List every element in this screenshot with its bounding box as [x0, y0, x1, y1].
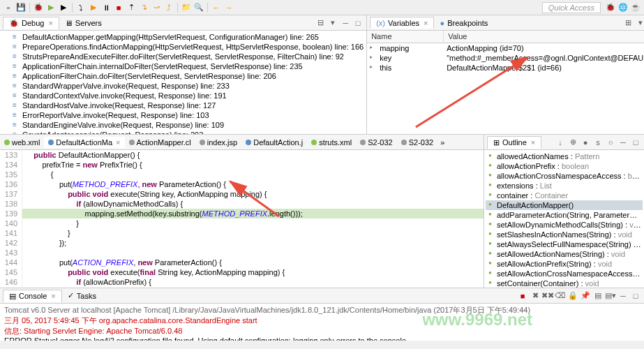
- hide-static-icon[interactable]: s: [592, 137, 604, 148]
- minimize-icon[interactable]: ─: [340, 17, 351, 29]
- open-console-icon[interactable]: ▤▾: [605, 290, 616, 302]
- code-line[interactable]: if (allowActionPrefix) {: [22, 277, 484, 287]
- step-return-icon[interactable]: ⤴: [163, 2, 174, 13]
- stack-frame[interactable]: StandardContextValve.invoke(Request, Res…: [3, 91, 364, 101]
- code-line[interactable]: String name = key.substring(ACTION_PREFI…: [22, 287, 484, 288]
- editor-tab[interactable]: S2-032: [356, 137, 396, 148]
- stack-frame[interactable]: CoyoteAdapter.service(Request, Response)…: [3, 130, 364, 134]
- stack-frame[interactable]: StandardEngineValve.invoke(Request, Resp…: [3, 120, 364, 130]
- console-body[interactable]: Tomcat v6.0 Server at localhost [Apache …: [0, 304, 644, 341]
- view-menu-icon[interactable]: ▾: [635, 17, 644, 29]
- search-icon[interactable]: 🔍: [193, 2, 204, 13]
- tab-console[interactable]: ▤ Console ×: [3, 290, 62, 302]
- skip-icon[interactable]: ⤵: [75, 2, 87, 13]
- close-icon[interactable]: ×: [424, 19, 428, 27]
- column-value[interactable]: Value: [444, 31, 644, 43]
- perspective-jee-icon[interactable]: 🌐: [617, 2, 629, 13]
- scroll-lock-icon[interactable]: 🔒: [567, 290, 578, 302]
- outline-item[interactable]: allowActionCrossNamespaceAccess : boolea…: [486, 171, 643, 181]
- clear-console-icon[interactable]: ⌫: [555, 290, 566, 302]
- sort-icon[interactable]: ↓: [555, 137, 566, 148]
- stack-frame[interactable]: StandardHostValve.invoke(Request, Respon…: [3, 101, 364, 110]
- code-line[interactable]: if (allowDynamicMethodCalls) {: [22, 199, 484, 209]
- editor-tab[interactable]: index.jsp: [195, 137, 241, 148]
- step-into-icon[interactable]: ↴: [138, 2, 149, 13]
- outline-item[interactable]: setAllowActionPrefix(String) : void: [486, 259, 643, 269]
- step-over-icon[interactable]: ⤻: [151, 2, 162, 13]
- view-menu-icon[interactable]: ▾: [327, 17, 338, 29]
- code-area[interactable]: 1331341351361371381391401411421431441451…: [0, 150, 484, 288]
- column-name[interactable]: Name: [367, 31, 444, 43]
- code-line[interactable]: });: [22, 238, 484, 248]
- quick-access-input[interactable]: Quick Access: [542, 2, 601, 13]
- more-tabs-icon[interactable]: »: [440, 138, 444, 147]
- outline-item[interactable]: setSlashesInActionNames(String) : void: [486, 230, 643, 239]
- save-icon[interactable]: 💾: [15, 2, 27, 13]
- code-line[interactable]: }: [22, 218, 484, 228]
- debug-icon[interactable]: 🐞: [33, 2, 44, 13]
- back-icon[interactable]: ←: [211, 2, 222, 13]
- run-icon[interactable]: ▶: [45, 2, 57, 13]
- display-console-icon[interactable]: ▤: [592, 290, 604, 302]
- stack-frame[interactable]: ApplicationFilterChain.internalDoFilter(…: [3, 61, 364, 71]
- outline-item[interactable]: container : Container: [486, 191, 643, 200]
- outline-item[interactable]: addParameterAction(String, ParameterActi…: [486, 210, 643, 220]
- tab-outline[interactable]: ⊞ Outline ×: [487, 136, 541, 149]
- code-line[interactable]: public void execute(String key, ActionMa…: [22, 189, 484, 199]
- variable-row[interactable]: mappingActionMapping (id=70): [367, 43, 644, 53]
- outline-item[interactable]: setAllowedActionNames(String) : void: [486, 249, 643, 259]
- collapse-icon[interactable]: ⊟: [315, 17, 326, 29]
- stack-frame[interactable]: PrepareOperations.findActionMapping(Http…: [3, 42, 364, 52]
- editor-tab[interactable]: DefaultActionMa×: [44, 137, 124, 148]
- code-line[interactable]: public void execute(final String key, Ac…: [22, 267, 484, 277]
- stack-frame[interactable]: StrutsPrepareAndExecuteFilter.doFilter(S…: [3, 52, 364, 61]
- code-line[interactable]: [22, 248, 484, 258]
- add-server-icon[interactable]: 📁: [181, 2, 192, 13]
- code-line[interactable]: put(METHOD_PREFIX, new ParameterAction()…: [22, 179, 484, 189]
- close-icon[interactable]: ×: [48, 19, 52, 27]
- editor-tab[interactable]: DefaultAction.j: [241, 137, 307, 148]
- close-icon[interactable]: ×: [116, 138, 120, 147]
- code-line[interactable]: {: [22, 170, 484, 179]
- pin-console-icon[interactable]: 📌: [580, 290, 591, 302]
- remove-launch-icon[interactable]: ✖: [530, 290, 541, 302]
- outline-item[interactable]: extensions : List: [486, 181, 643, 191]
- close-icon[interactable]: ×: [531, 138, 535, 147]
- stack-frame[interactable]: ApplicationFilterChain.doFilter(ServletR…: [3, 71, 364, 81]
- stack-frame[interactable]: StandardWrapperValve.invoke(Request, Res…: [3, 81, 364, 91]
- outline-item[interactable]: setAllowActionCrossNamespaceAccess(Strin…: [486, 269, 643, 279]
- code-line[interactable]: prefixTrie = new PrefixTrie() {: [22, 160, 484, 170]
- editor-tab[interactable]: struts.xml: [307, 137, 356, 148]
- code-line[interactable]: }: [22, 228, 484, 238]
- minimize-icon[interactable]: ─: [617, 290, 629, 302]
- minimize-icon[interactable]: ─: [617, 137, 629, 148]
- perspective-java-icon[interactable]: ☕: [630, 2, 641, 13]
- maximize-icon[interactable]: □: [630, 290, 641, 302]
- close-icon[interactable]: ×: [51, 292, 55, 300]
- new-icon[interactable]: ▫: [3, 2, 14, 13]
- tab-breakpoints[interactable]: ● Breakpoints: [434, 17, 493, 29]
- tab-servers[interactable]: 🖥 Servers: [59, 17, 107, 29]
- resume-icon[interactable]: ▶: [88, 2, 99, 13]
- stack-frame[interactable]: DefaultActionMapper.getMapping(HttpServl…: [3, 32, 364, 42]
- code-line[interactable]: mapping.setMethod(key.substring(METHOD_P…: [22, 209, 484, 218]
- disconnect-icon[interactable]: ⇡: [126, 2, 137, 13]
- remove-all-icon[interactable]: ✖✖: [542, 290, 553, 302]
- variable-row[interactable]: thisDefaultActionMapper$2$1 (id=66): [367, 63, 644, 73]
- editor-tab[interactable]: S2-032: [397, 137, 437, 148]
- outline-item[interactable]: setContainer(Container) : void: [486, 279, 643, 288]
- terminate-icon[interactable]: ■: [517, 290, 528, 302]
- variable-row[interactable]: key"method:#_memberAccess=@ognl.OgnlCont…: [367, 53, 644, 63]
- filter-icon[interactable]: ⊕: [567, 137, 578, 148]
- hide-fields-icon[interactable]: ●: [580, 137, 591, 148]
- tree-icon[interactable]: ⊞: [622, 17, 634, 29]
- maximize-icon[interactable]: □: [630, 137, 641, 148]
- run-last-icon[interactable]: ▶: [58, 2, 69, 13]
- hide-nonpublic-icon[interactable]: ○: [605, 137, 616, 148]
- terminate-icon[interactable]: ■: [113, 2, 124, 13]
- maximize-icon[interactable]: □: [352, 17, 364, 29]
- tab-debug[interactable]: 🐞 Debug ×: [3, 17, 59, 29]
- tab-tasks[interactable]: ✓ Tasks: [62, 290, 102, 302]
- outline-item[interactable]: allowedActionNames : Pattern: [486, 151, 643, 161]
- outline-item[interactable]: allowActionPrefix : boolean: [486, 161, 643, 171]
